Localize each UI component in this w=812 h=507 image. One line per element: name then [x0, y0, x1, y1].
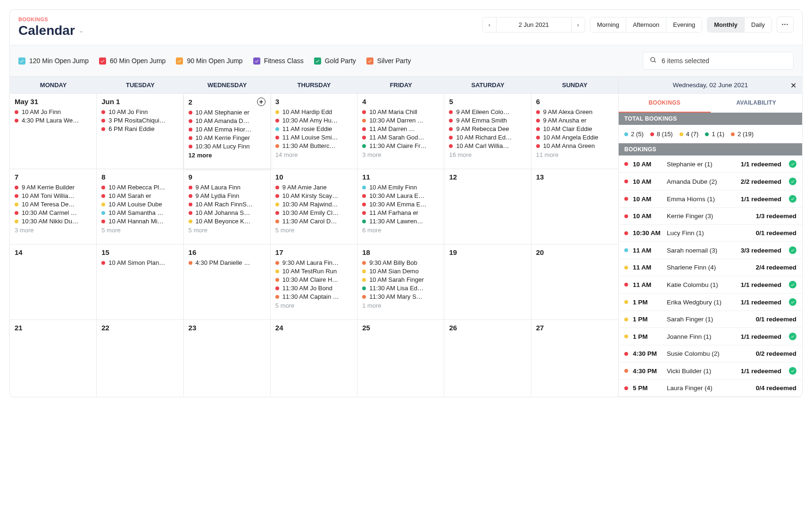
- event-item[interactable]: 11 AM Darren …: [362, 125, 439, 132]
- booking-row[interactable]: 10:30 AMLucy Finn (1)0/1 redeemed: [619, 225, 802, 242]
- more-events[interactable]: 5 more: [275, 227, 352, 234]
- more-events[interactable]: 6 more: [362, 227, 439, 234]
- booking-row[interactable]: 1 PMSarah Finger (1)0/1 redeemed: [619, 311, 802, 328]
- event-item[interactable]: 11:30 AM Jo Bond: [275, 285, 352, 292]
- view-monthly[interactable]: Monthly: [707, 17, 745, 32]
- event-item[interactable]: 6 PM Rani Eddie: [101, 125, 178, 132]
- event-item[interactable]: 4:30 PM Danielle …: [189, 259, 265, 266]
- event-item[interactable]: 10:30 AM Laura E…: [362, 192, 439, 199]
- event-item[interactable]: 9 AM Emma Smith: [449, 117, 526, 124]
- more-events[interactable]: 3 more: [362, 151, 439, 158]
- event-item[interactable]: 9 AM Laura Finn: [189, 184, 265, 191]
- day-cell[interactable]: May 3110 AM Jo Finn4:30 PM Laura We…: [10, 94, 97, 169]
- event-item[interactable]: 10:30 AM Emma E…: [362, 201, 439, 208]
- event-item[interactable]: 10:30 AM Rajwind…: [275, 201, 352, 208]
- event-item[interactable]: 10 AM Emma Hior…: [189, 126, 265, 133]
- booking-row[interactable]: 5 PMLaura Finger (4)0/4 redeemed: [619, 380, 802, 397]
- event-item[interactable]: 11:30 AM Butterc…: [275, 142, 352, 149]
- day-cell[interactable]: 14: [10, 245, 97, 319]
- more-actions-button[interactable]: ···: [777, 16, 794, 33]
- booking-row[interactable]: 1 PMErika Wedgbury (1)1/1 redeemed: [619, 294, 802, 311]
- day-cell[interactable]: 189:30 AM Billy Bob10 AM Sian Demo10 AM …: [357, 245, 444, 319]
- day-cell[interactable]: 99 AM Laura Finn9 AM Lydia Finn10 AM Rac…: [184, 169, 271, 244]
- legend-item[interactable]: Gold Party: [314, 57, 356, 65]
- day-cell[interactable]: 22: [97, 320, 183, 395]
- tab-availability[interactable]: AVAILABILITY: [711, 94, 803, 113]
- day-cell[interactable]: 13: [531, 169, 618, 244]
- event-item[interactable]: 9 AM Amie Jane: [275, 184, 352, 191]
- more-events[interactable]: 5 more: [275, 302, 352, 309]
- day-cell[interactable]: 27: [531, 320, 618, 395]
- tod-morning[interactable]: Morning: [590, 17, 626, 32]
- prev-date-button[interactable]: ‹: [483, 17, 496, 32]
- event-item[interactable]: 10:30 AM Claire H…: [275, 276, 352, 283]
- event-item[interactable]: 11 AM Sarah God…: [362, 134, 439, 141]
- more-events[interactable]: 5 more: [189, 227, 265, 234]
- event-item[interactable]: 11 AM Farhana er: [362, 209, 439, 216]
- event-item[interactable]: 10 AM Beyonce K…: [189, 218, 265, 225]
- event-item[interactable]: 10 AM Carl Willia…: [449, 142, 526, 149]
- more-events[interactable]: 1 more: [362, 302, 439, 309]
- day-cell[interactable]: 310 AM Hardip Edd10:30 AM Amy Hu…11 AM r…: [271, 94, 357, 169]
- booking-row[interactable]: 11 AMSharlene Finn (4)2/4 redeemed: [619, 259, 802, 276]
- event-item[interactable]: 10:30 AM Carmel …: [15, 209, 91, 216]
- event-item[interactable]: 10 AM Hannah Mi…: [101, 218, 178, 225]
- event-item[interactable]: 9 AM Anusha er: [536, 117, 613, 124]
- event-item[interactable]: 9 AM Kerrie Builder: [15, 184, 91, 191]
- day-cell[interactable]: 1110 AM Emily Finn10:30 AM Laura E…10:30…: [357, 169, 444, 244]
- event-item[interactable]: 9 AM Alexa Green: [536, 108, 613, 115]
- event-item[interactable]: 4:30 PM Laura We…: [15, 117, 91, 124]
- event-item[interactable]: 10 AM Hardip Edd: [275, 108, 352, 115]
- tab-bookings[interactable]: BOOKINGS: [619, 94, 711, 113]
- calendar-dropdown[interactable]: ⌄: [79, 27, 83, 34]
- event-item[interactable]: 10 AM Samantha …: [101, 209, 178, 216]
- event-item[interactable]: 10 AM Louise Dube: [101, 201, 178, 208]
- day-cell[interactable]: 109 AM Amie Jane10 AM Kirsty Scay…10:30 …: [271, 169, 357, 244]
- event-item[interactable]: 10 AM Kerrie Finger: [189, 134, 265, 141]
- booking-row[interactable]: 11 AMSarah noemail (3)3/3 redeemed: [619, 242, 802, 259]
- booking-row[interactable]: 1 PMJoanne Finn (1)1/1 redeemed: [619, 328, 802, 345]
- add-event-button[interactable]: +: [257, 98, 265, 106]
- day-cell[interactable]: 21: [10, 320, 97, 395]
- booking-row[interactable]: 10 AMKerrie Finger (3)1/3 redeemed: [619, 208, 802, 225]
- event-item[interactable]: 10 AM Maria Chill: [362, 108, 439, 115]
- booking-row[interactable]: 10 AMAmanda Dube (2)2/2 redeemed: [619, 173, 802, 190]
- event-item[interactable]: 3 PM RositaChiqui…: [101, 117, 178, 124]
- event-item[interactable]: 10 AM Angela Eddie: [536, 134, 613, 141]
- event-item[interactable]: 10 AM Jo Finn: [101, 108, 178, 115]
- tod-evening[interactable]: Evening: [666, 17, 702, 32]
- day-cell[interactable]: 25: [357, 320, 444, 395]
- event-item[interactable]: 11:30 AM Claire Fr…: [362, 142, 439, 149]
- legend-item[interactable]: 120 Min Open Jump: [18, 57, 89, 65]
- day-cell[interactable]: 410 AM Maria Chill10:30 AM Darren …11 AM…: [357, 94, 444, 169]
- tod-afternoon[interactable]: Afternoon: [626, 17, 666, 32]
- event-item[interactable]: 10 AM Rach FinnS…: [189, 201, 265, 208]
- event-item[interactable]: 9:30 AM Billy Bob: [362, 259, 439, 266]
- event-item[interactable]: 10 AM Toni Willia…: [15, 192, 91, 199]
- day-cell[interactable]: 69 AM Alexa Green9 AM Anusha er10 AM Cla…: [531, 94, 618, 169]
- event-item[interactable]: 10:30 AM Amy Hu…: [275, 117, 352, 124]
- view-daily[interactable]: Daily: [745, 17, 771, 32]
- event-item[interactable]: 11:30 AM Mary S…: [362, 293, 439, 300]
- day-cell[interactable]: 79 AM Kerrie Builder10 AM Toni Willia…10…: [10, 169, 97, 244]
- event-item[interactable]: 10:30 AM Lucy Finn: [189, 143, 265, 150]
- event-item[interactable]: 10 AM Richard Ed…: [449, 134, 526, 141]
- event-item[interactable]: 9 AM Lydia Finn: [189, 192, 265, 199]
- legend-item[interactable]: Silver Party: [366, 57, 411, 65]
- event-item[interactable]: 10 AM Johanna S…: [189, 209, 265, 216]
- event-item[interactable]: 9 AM Eileen Colo…: [449, 108, 526, 115]
- day-cell[interactable]: 810 AM Rebecca Pl…10 AM Sarah er10 AM Lo…: [97, 169, 183, 244]
- more-events[interactable]: 11 more: [536, 151, 613, 158]
- event-item[interactable]: 10 AM Jo Finn: [15, 108, 91, 115]
- event-item[interactable]: 10 AM TestRun Run: [275, 268, 352, 275]
- day-cell[interactable]: 12: [444, 169, 531, 244]
- day-cell[interactable]: 164:30 PM Danielle …: [184, 245, 271, 319]
- day-cell[interactable]: Jun 110 AM Jo Finn3 PM RositaChiqui…6 PM…: [97, 94, 183, 169]
- event-item[interactable]: 11:30 AM Carol D…: [275, 218, 352, 225]
- day-cell[interactable]: 23: [184, 320, 271, 395]
- legend-item[interactable]: 90 Min Open Jump: [176, 57, 242, 65]
- event-item[interactable]: 10 AM Sian Demo: [362, 268, 439, 275]
- more-events[interactable]: 14 more: [275, 151, 352, 158]
- day-cell[interactable]: 19: [444, 245, 531, 319]
- event-item[interactable]: 10 AM Anna Green: [536, 142, 613, 149]
